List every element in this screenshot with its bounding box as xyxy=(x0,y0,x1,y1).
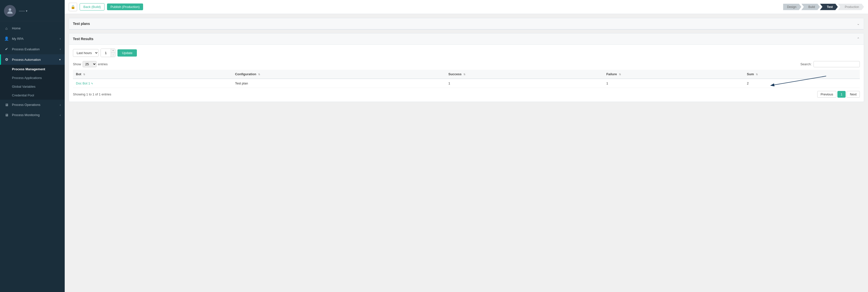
cell-configuration: Test plan xyxy=(232,79,445,88)
nav-process-operations-wrapper: 🖥 Process Operations ‹ xyxy=(0,100,65,110)
table-container: Bot ⇅ Configuration ⇅ Success ⇅ xyxy=(73,70,860,88)
cell-failure: 1 xyxy=(603,79,744,88)
back-button[interactable]: Back (Build) xyxy=(80,3,104,10)
pipeline-step-test[interactable]: Test xyxy=(820,4,838,10)
avatar xyxy=(4,5,16,17)
sort-failure-icon[interactable]: ⇅ xyxy=(619,73,621,76)
sidebar-header: —— ▾ xyxy=(0,0,65,21)
user-dropdown[interactable]: —— ▾ xyxy=(19,9,27,13)
stepper-up-button[interactable]: + xyxy=(111,49,115,53)
showing-text: Showing 1 to 1 of 1 entries xyxy=(73,92,111,96)
test-plans-title: Test plans xyxy=(73,22,90,26)
nav-process-monitoring-wrapper: 🖥 Process Monitoring ‹ xyxy=(0,110,65,120)
stepper-down-button[interactable]: - xyxy=(111,53,115,57)
sort-bot-icon[interactable]: ⇅ xyxy=(83,73,85,76)
sidebar-item-process-automation[interactable]: ⚙ Process Automation ▾ xyxy=(0,54,65,65)
process-automation-subnav: Process Management Process Applications … xyxy=(0,65,65,100)
chevron-right-icon4: ‹ xyxy=(60,114,61,117)
sidebar-item-process-operations-label: Process Operations xyxy=(12,103,40,107)
chevron-right-icon2: ‹ xyxy=(60,48,61,51)
page-buttons: Previous 1 Next xyxy=(817,91,860,98)
sidebar-item-process-operations[interactable]: 🖥 Process Operations ‹ xyxy=(0,100,65,110)
col-failure: Failure ⇅ xyxy=(603,70,744,79)
sidebar-item-home-label: Home xyxy=(12,26,21,30)
previous-button[interactable]: Previous xyxy=(817,91,836,98)
test-results-toggle-icon[interactable]: ⌃ xyxy=(857,37,860,41)
sidebar-item-my-rpa[interactable]: 👤 My RPA ‹ xyxy=(0,33,65,44)
chevron-right-icon3: ‹ xyxy=(60,104,61,107)
sidebar-item-process-evaluation[interactable]: ✔ Process Evaluation ‹ xyxy=(0,44,65,54)
sidebar-item-process-management[interactable]: Process Management xyxy=(0,65,65,74)
pipeline-step-production[interactable]: Production xyxy=(838,4,864,10)
page-content: Test plans ⌄ Test Results ⌃ Last hours L… xyxy=(65,14,868,292)
external-link-icon: ✎ xyxy=(91,82,93,85)
sidebar-item-home[interactable]: ⌂ Home xyxy=(0,23,65,33)
time-value-field: + - xyxy=(100,49,116,57)
sidebar-item-my-rpa-label: My RPA xyxy=(12,37,24,40)
test-plans-card-header[interactable]: Test plans ⌄ xyxy=(69,18,864,29)
test-plans-card: Test plans ⌄ xyxy=(69,18,864,30)
home-icon: ⌂ xyxy=(4,26,9,30)
entries-label: entries xyxy=(98,62,108,66)
test-results-card: Test Results ⌃ Last hours Last days + - xyxy=(69,33,864,102)
next-button[interactable]: Next xyxy=(846,91,860,98)
sidebar-item-process-applications[interactable]: Process Applications xyxy=(0,74,65,82)
active-indicator xyxy=(0,54,1,65)
nav-home-wrapper: ⌂ Home xyxy=(0,23,65,33)
publish-button[interactable]: Publish (Production) xyxy=(107,3,143,10)
search-label: Search: xyxy=(800,62,811,66)
cell-sum: 2 xyxy=(744,79,860,88)
col-success: Success ⇅ xyxy=(445,70,603,79)
pipeline-build-label: Build xyxy=(808,5,815,9)
cell-bot: Doc Bot 1✎ xyxy=(73,79,232,88)
pagination: Showing 1 to 1 of 1 entries Previous 1 N… xyxy=(73,91,860,98)
main-content: 🔒 Back (Build) Publish (Production) Desi… xyxy=(65,0,868,292)
my-rpa-icon: 👤 xyxy=(4,36,9,41)
results-table: Bot ⇅ Configuration ⇅ Success ⇅ xyxy=(73,70,860,88)
show-label: Show xyxy=(73,62,81,66)
sidebar-item-process-automation-label: Process Automation xyxy=(12,58,41,62)
pipeline-production-label: Production xyxy=(845,5,859,9)
sort-sum-icon[interactable]: ⇅ xyxy=(756,73,758,76)
test-plans-toggle-icon[interactable]: ⌄ xyxy=(857,22,860,26)
chevron-down-icon: ▾ xyxy=(59,58,61,61)
entries-per-page-select[interactable]: 25 50 100 xyxy=(83,61,97,67)
sidebar-item-process-monitoring[interactable]: 🖥 Process Monitoring ‹ xyxy=(0,110,65,120)
time-value-input[interactable] xyxy=(101,49,111,57)
sidebar-item-process-evaluation-label: Process Evaluation xyxy=(12,47,39,51)
page-1-button[interactable]: 1 xyxy=(837,91,846,98)
search-area: Search: xyxy=(800,61,860,67)
sort-configuration-icon[interactable]: ⇅ xyxy=(258,73,260,76)
sort-success-icon[interactable]: ⇅ xyxy=(463,73,465,76)
lock-button[interactable]: 🔒 xyxy=(69,3,77,11)
test-results-card-header[interactable]: Test Results ⌃ xyxy=(69,33,864,45)
update-button[interactable]: Update xyxy=(118,49,137,57)
process-evaluation-icon: ✔ xyxy=(4,47,9,51)
process-automation-icon: ⚙ xyxy=(4,57,9,62)
chevron-right-icon: ‹ xyxy=(60,37,61,40)
nav-process-automation-wrapper: ⚙ Process Automation ▾ xyxy=(0,54,65,65)
cell-success: 1 xyxy=(445,79,603,88)
sidebar-item-credential-pool[interactable]: Credential Pool xyxy=(0,91,65,100)
col-configuration: Configuration ⇅ xyxy=(232,70,445,79)
test-results-body: Last hours Last days + - Update xyxy=(69,45,864,101)
search-input[interactable] xyxy=(813,61,860,67)
bot-link[interactable]: Doc Bot 1✎ xyxy=(76,82,93,85)
user-name-label: —— xyxy=(19,9,25,13)
show-entries: Show 25 50 100 entries xyxy=(73,61,108,67)
pipeline-step-build[interactable]: Build xyxy=(801,4,820,10)
filter-row: Last hours Last days + - Update xyxy=(73,49,860,57)
pipeline-design-label: Design xyxy=(787,5,796,9)
sidebar-nav: ⌂ Home 👤 My RPA ‹ ✔ Process Evaluation ‹ xyxy=(0,21,65,292)
sidebar-item-global-variables[interactable]: Global Variables xyxy=(0,82,65,91)
toolbar: 🔒 Back (Build) Publish (Production) Desi… xyxy=(65,0,868,14)
pipeline-step-design[interactable]: Design xyxy=(783,4,801,10)
nav-process-evaluation-wrapper: ✔ Process Evaluation ‹ xyxy=(0,44,65,54)
table-row: Doc Bot 1✎ Test plan 1 1 xyxy=(73,79,860,88)
test-results-title: Test Results xyxy=(73,37,93,41)
time-unit-select[interactable]: Last hours Last days xyxy=(73,49,98,57)
table-controls: Show 25 50 100 entries Search: xyxy=(73,61,860,67)
col-sum: Sum ⇅ xyxy=(744,70,860,79)
steppers: + - xyxy=(111,49,115,57)
table-header-row: Bot ⇅ Configuration ⇅ Success ⇅ xyxy=(73,70,860,79)
